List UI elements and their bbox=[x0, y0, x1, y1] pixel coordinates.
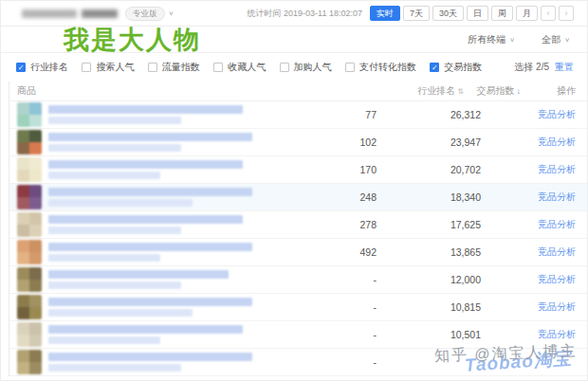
censored-product-text bbox=[48, 298, 252, 317]
selection-count-label: 选择 2/5 bbox=[514, 61, 549, 74]
metric-filter-label: 流量指数 bbox=[162, 61, 200, 74]
column-header-product: 商品 bbox=[9, 84, 272, 98]
competitor-analysis-link[interactable]: 竞品分析 bbox=[538, 329, 576, 339]
scope-dropdown[interactable]: 全部 ∨ bbox=[542, 33, 570, 46]
checkbox-checked-icon[interactable]: ✓ bbox=[430, 63, 439, 72]
product-thumbnail bbox=[17, 157, 42, 182]
time-button[interactable]: 30天 bbox=[432, 6, 464, 21]
censored-product-text bbox=[48, 188, 252, 207]
rank-value: 77 bbox=[272, 109, 386, 120]
trade-index-value: 12,000 bbox=[386, 274, 500, 285]
checkbox-icon[interactable] bbox=[345, 63, 355, 72]
rank-value: 102 bbox=[272, 136, 386, 148]
product-thumbnail bbox=[17, 322, 42, 347]
product-cell bbox=[9, 322, 272, 347]
metric-filter-label: 行业排名 bbox=[30, 61, 68, 74]
competitor-analysis-link[interactable]: 竞品分析 bbox=[538, 246, 576, 257]
metric-filter-option[interactable]: 支付转化指数 bbox=[345, 61, 416, 74]
competitor-analysis-link[interactable]: 竞品分析 bbox=[538, 191, 576, 202]
action-cell: 竞品分析 bbox=[500, 163, 576, 176]
product-thumbnail bbox=[17, 130, 42, 154]
metric-filter-label: 加购人气 bbox=[294, 61, 332, 74]
time-button[interactable]: ‹ bbox=[541, 6, 556, 21]
table-row: -10,815竞品分析 bbox=[9, 294, 587, 321]
table-row: 27817,625竞品分析 bbox=[9, 211, 587, 239]
metric-filter-option[interactable]: 收藏人气 bbox=[213, 61, 266, 74]
censored-product-text bbox=[48, 243, 252, 262]
metric-filter-option[interactable]: 流量指数 bbox=[148, 61, 200, 74]
terminal-dropdown[interactable]: 所有终端 ∨ bbox=[468, 33, 515, 46]
censored-product-text bbox=[48, 160, 243, 179]
product-thumbnail bbox=[17, 350, 42, 374]
competitor-analysis-link[interactable]: 竞品分析 bbox=[538, 274, 576, 284]
topbar-right: 统计时间 2019-03-11 18:02:07 实时7天30天日周月‹› bbox=[248, 6, 574, 21]
version-badge: 专业版 bbox=[125, 7, 165, 21]
metric-filter-bar: ✓行业排名搜索人气流量指数收藏人气加购人气支付转化指数✓交易指数 选择 2/5 … bbox=[1, 53, 587, 82]
table-header: 商品 行业排名⇅ 交易指数↓ 操作 bbox=[9, 82, 587, 101]
rank-value: 248 bbox=[272, 191, 386, 203]
table-row: 49213,865竞品分析 bbox=[9, 239, 587, 266]
time-button[interactable]: 实时 bbox=[370, 6, 400, 21]
table-row: - bbox=[9, 349, 587, 376]
censored-product-text bbox=[48, 353, 252, 372]
product-thumbnail bbox=[17, 185, 42, 209]
checkbox-checked-icon[interactable]: ✓ bbox=[16, 63, 26, 72]
product-cell bbox=[9, 157, 272, 182]
product-cell bbox=[9, 240, 272, 264]
green-annotation-text: 我是大人物 bbox=[64, 25, 201, 55]
checkbox-icon[interactable] bbox=[148, 63, 157, 72]
chevron-down-icon: ∨ bbox=[509, 36, 515, 43]
checkbox-icon[interactable] bbox=[213, 63, 223, 72]
action-cell: 竞品分析 bbox=[500, 328, 576, 341]
table-row: -10,501竞品分析 bbox=[9, 321, 587, 349]
metric-filter-option[interactable]: 加购人气 bbox=[280, 61, 332, 74]
rank-value: 170 bbox=[272, 164, 386, 175]
time-button[interactable]: 月 bbox=[516, 6, 538, 21]
checkbox-icon[interactable] bbox=[82, 63, 91, 72]
table-row: 7726,312竞品分析 bbox=[9, 101, 587, 129]
competitor-analysis-link[interactable]: 竞品分析 bbox=[538, 109, 576, 119]
product-thumbnail bbox=[17, 240, 42, 264]
competitor-analysis-link[interactable]: 竞品分析 bbox=[538, 136, 576, 147]
action-cell: 竞品分析 bbox=[500, 300, 576, 314]
table-row: 17020,702竞品分析 bbox=[9, 156, 587, 184]
action-cell: 竞品分析 bbox=[500, 218, 576, 231]
chevron-down-icon[interactable]: ∨ bbox=[169, 9, 175, 16]
trade-index-value: 17,625 bbox=[386, 219, 500, 230]
rank-value: - bbox=[272, 301, 386, 313]
product-cell bbox=[9, 267, 272, 292]
metric-filter-option[interactable]: ✓交易指数 bbox=[430, 61, 482, 74]
ranking-table: 商品 行业排名⇅ 交易指数↓ 操作 7726,312竞品分析10223,947竞… bbox=[9, 82, 587, 376]
table-row: 10223,947竞品分析 bbox=[9, 129, 587, 156]
competitor-analysis-link[interactable]: 竞品分析 bbox=[538, 219, 576, 229]
metric-filter-option[interactable]: 搜索人气 bbox=[82, 61, 134, 74]
scope-dropdown-label: 全部 bbox=[542, 33, 560, 46]
checkbox-icon[interactable] bbox=[280, 63, 289, 72]
rank-value: - bbox=[272, 356, 386, 368]
product-thumbnail bbox=[17, 267, 42, 292]
trade-index-value: 10,501 bbox=[386, 329, 500, 340]
reset-button[interactable]: 重置 bbox=[555, 61, 574, 74]
chevron-down-icon: ∨ bbox=[564, 36, 570, 43]
trade-index-value: 18,340 bbox=[386, 191, 500, 203]
market-ranking-page: 专业版 ∨ 统计时间 2019-03-11 18:02:07 实时7天30天日周… bbox=[0, 0, 588, 381]
time-button[interactable]: 周 bbox=[491, 6, 513, 21]
censored-product-text bbox=[48, 270, 229, 289]
action-cell: 竞品分析 bbox=[500, 245, 576, 259]
sort-desc-icon[interactable]: ↓ bbox=[517, 86, 522, 96]
competitor-analysis-link[interactable]: 竞品分析 bbox=[538, 301, 576, 312]
metric-filter-label: 收藏人气 bbox=[228, 61, 266, 74]
table-body: 7726,312竞品分析10223,947竞品分析17020,702竞品分析24… bbox=[9, 101, 587, 376]
time-button[interactable]: 7天 bbox=[403, 6, 430, 21]
column-header-rank[interactable]: 行业排名⇅ bbox=[272, 84, 386, 98]
time-button[interactable]: 日 bbox=[467, 6, 488, 21]
metric-filter-option[interactable]: ✓行业排名 bbox=[16, 61, 68, 74]
censored-product-text bbox=[48, 105, 243, 124]
metric-filter-label: 搜索人气 bbox=[96, 61, 134, 74]
time-button[interactable]: › bbox=[559, 6, 574, 21]
table-row: 24818,340竞品分析 bbox=[9, 184, 587, 211]
action-cell: 竞品分析 bbox=[500, 190, 576, 204]
time-range-buttons: 实时7天30天日周月‹› bbox=[370, 6, 574, 21]
metric-filter-label: 交易指数 bbox=[444, 61, 482, 74]
competitor-analysis-link[interactable]: 竞品分析 bbox=[538, 164, 576, 174]
